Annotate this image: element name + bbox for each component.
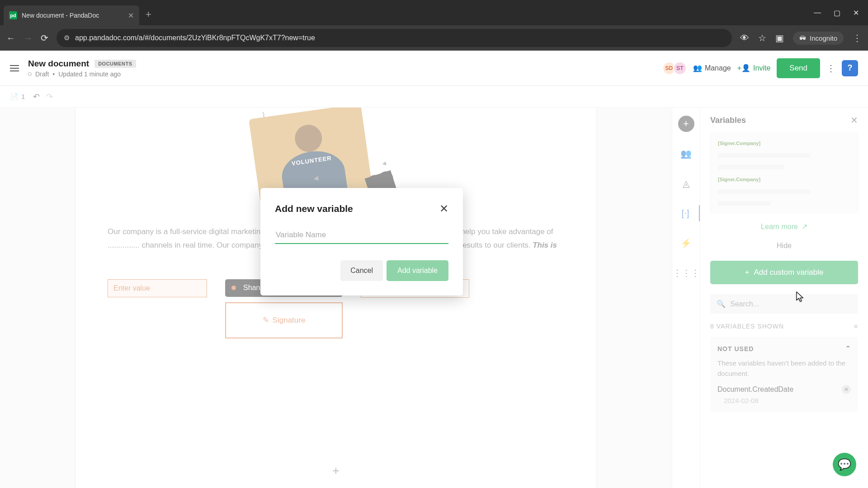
modal-title: Add new variable — [275, 203, 353, 214]
forward-icon[interactable]: → — [24, 33, 33, 43]
minimize-icon[interactable]: — — [814, 9, 821, 17]
people-icon: 👥 — [693, 64, 702, 72]
send-button[interactable]: Send — [777, 58, 820, 78]
menu-icon[interactable] — [10, 65, 19, 71]
status-label: Draft — [35, 70, 49, 78]
status-dot-icon — [28, 72, 32, 76]
app-header: New document DOCUMENTS Draft • Updated 1… — [0, 51, 868, 86]
modal-overlay[interactable]: Add new variable ✕ Cancel Add variable — [0, 86, 868, 488]
browser-tab[interactable]: pd New document - PandaDoc ✕ — [4, 5, 139, 25]
invite-icon: +👤 — [737, 64, 750, 72]
updated-label: Updated 1 minute ago — [58, 70, 121, 78]
close-window-icon[interactable]: ✕ — [853, 9, 859, 17]
avatar-stack[interactable]: SD ST — [665, 61, 687, 75]
bookmark-icon[interactable]: ☆ — [758, 33, 766, 43]
incognito-label: Incognito — [810, 34, 837, 42]
site-settings-icon[interactable]: ⚙ — [64, 34, 70, 42]
maximize-icon[interactable]: ▢ — [834, 9, 840, 17]
avatar[interactable]: ST — [673, 61, 687, 75]
tab-title: New document - PandaDoc — [22, 12, 123, 19]
favicon: pd — [9, 11, 17, 19]
doc-title[interactable]: New document — [28, 59, 89, 69]
doc-info: New document DOCUMENTS Draft • Updated 1… — [28, 59, 656, 78]
more-menu-icon[interactable]: ⋮ — [826, 63, 835, 74]
incognito-icon: 🕶 — [799, 34, 806, 42]
reload-icon[interactable]: ⟳ — [41, 33, 48, 43]
invite-button[interactable]: +👤 Invite — [737, 64, 771, 72]
browser-tab-strip: pd New document - PandaDoc ✕ + — ▢ ✕ — [0, 0, 868, 25]
variable-name-input[interactable] — [275, 227, 448, 244]
url-text: app.pandadoc.com/a/#/documents/2UzYiBKr8… — [75, 34, 315, 42]
panel-icon[interactable]: ▣ — [775, 33, 784, 43]
window-controls: — ▢ ✕ — [814, 9, 864, 17]
app-root: New document DOCUMENTS Draft • Updated 1… — [0, 51, 868, 488]
incognito-badge[interactable]: 🕶 Incognito — [793, 32, 844, 45]
cancel-button[interactable]: Cancel — [340, 260, 383, 281]
status-sep: • — [52, 70, 55, 78]
visibility-off-icon[interactable]: 👁 — [740, 33, 749, 43]
doc-type-badge: DOCUMENTS — [94, 60, 136, 68]
modal-close-icon[interactable]: ✕ — [439, 202, 448, 215]
help-button[interactable]: ? — [842, 60, 858, 76]
invite-label: Invite — [753, 64, 770, 72]
chat-fab[interactable]: 💬 — [833, 453, 856, 476]
browser-toolbar: ← → ⟳ ⚙ app.pandadoc.com/a/#/documents/2… — [0, 25, 868, 51]
address-bar[interactable]: ⚙ app.pandadoc.com/a/#/documents/2UzYiBK… — [57, 29, 732, 47]
manage-button[interactable]: 👥 Manage — [693, 64, 731, 72]
browser-menu-icon[interactable]: ⋮ — [853, 33, 862, 43]
back-icon[interactable]: ← — [6, 33, 15, 43]
tab-close-icon[interactable]: ✕ — [128, 11, 134, 20]
add-variable-button[interactable]: Add variable — [387, 260, 448, 281]
chat-icon: 💬 — [838, 458, 851, 471]
manage-label: Manage — [705, 64, 731, 72]
add-variable-modal: Add new variable ✕ Cancel Add variable — [260, 188, 463, 296]
new-tab-button[interactable]: + — [146, 9, 151, 20]
